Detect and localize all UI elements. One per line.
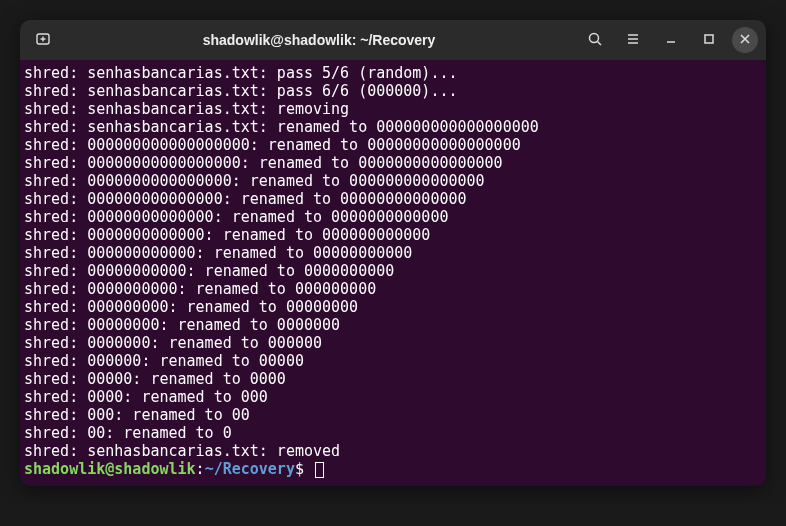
svg-line-4 xyxy=(598,41,602,45)
new-tab-button[interactable] xyxy=(28,26,58,54)
close-button[interactable] xyxy=(732,27,758,53)
output-line: shred: 0000000000000000: renamed to 0000… xyxy=(24,172,762,190)
output-line: shred: 00000: renamed to 0000 xyxy=(24,370,762,388)
prompt-path: ~/Recovery xyxy=(205,460,295,478)
output-line: shred: 000000000: renamed to 00000000 xyxy=(24,298,762,316)
prompt-line: shadowlik@shadowlik:~/Recovery$ xyxy=(24,460,762,478)
terminal-body[interactable]: shred: senhasbancarias.txt: pass 5/6 (ra… xyxy=(20,60,766,486)
output-line: shred: 0000000: renamed to 000000 xyxy=(24,334,762,352)
svg-point-3 xyxy=(590,33,599,42)
output-line: shred: 00000000: renamed to 0000000 xyxy=(24,316,762,334)
search-button[interactable] xyxy=(580,26,610,54)
titlebar: shadowlik@shadowlik: ~/Recovery xyxy=(20,20,766,60)
output-line: shred: 0000000000000: renamed to 0000000… xyxy=(24,226,762,244)
output-line: shred: senhasbancarias.txt: removing xyxy=(24,100,762,118)
search-icon xyxy=(587,31,603,50)
titlebar-controls xyxy=(580,26,758,54)
output-line: shred: senhasbancarias.txt: pass 5/6 (ra… xyxy=(24,64,762,82)
minimize-icon xyxy=(663,31,679,50)
minimize-button[interactable] xyxy=(656,26,686,54)
output-line: shred: 0000: renamed to 000 xyxy=(24,388,762,406)
output-line: shred: 000000000000000: renamed to 00000… xyxy=(24,190,762,208)
output-line: shred: 000: renamed to 00 xyxy=(24,406,762,424)
prompt-user-host: shadowlik@shadowlik xyxy=(24,460,196,478)
output-line: shred: 000000000000: renamed to 00000000… xyxy=(24,244,762,262)
menu-button[interactable] xyxy=(618,26,648,54)
maximize-button[interactable] xyxy=(694,26,724,54)
output-line: shred: senhasbancarias.txt: removed xyxy=(24,442,762,460)
output-line: shred: 0000000000: renamed to 000000000 xyxy=(24,280,762,298)
prompt-colon: : xyxy=(196,460,205,478)
output-line: shred: senhasbancarias.txt: pass 6/6 (00… xyxy=(24,82,762,100)
output-line: shred: 00000000000000: renamed to 000000… xyxy=(24,208,762,226)
output-line: shred: 000000000000000000: renamed to 00… xyxy=(24,136,762,154)
terminal-output: shred: senhasbancarias.txt: pass 5/6 (ra… xyxy=(24,64,762,460)
svg-rect-9 xyxy=(705,35,713,43)
terminal-window: shadowlik@shadowlik: ~/Recovery xyxy=(20,20,766,486)
output-line: shred: senhasbancarias.txt: renamed to 0… xyxy=(24,118,762,136)
output-line: shred: 00000000000: renamed to 000000000… xyxy=(24,262,762,280)
cursor xyxy=(315,462,324,478)
new-tab-icon xyxy=(35,31,51,50)
close-icon xyxy=(737,31,753,50)
window-title: shadowlik@shadowlik: ~/Recovery xyxy=(62,32,576,48)
output-line: shred: 00000000000000000: renamed to 000… xyxy=(24,154,762,172)
maximize-icon xyxy=(701,31,717,50)
prompt-dollar: $ xyxy=(295,460,304,478)
output-line: shred: 00: renamed to 0 xyxy=(24,424,762,442)
output-line: shred: 000000: renamed to 00000 xyxy=(24,352,762,370)
hamburger-icon xyxy=(625,31,641,50)
